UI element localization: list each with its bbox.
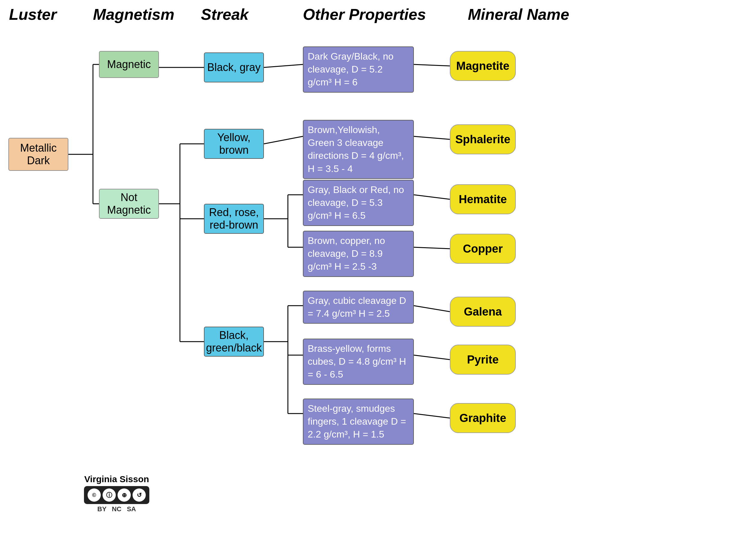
node-magnetic: Magnetic bbox=[99, 51, 159, 78]
node-mineral-pyrite: Pyrite bbox=[450, 344, 516, 374]
svg-line-22 bbox=[414, 136, 450, 139]
svg-line-26 bbox=[414, 355, 450, 359]
svg-line-27 bbox=[414, 413, 450, 418]
svg-line-11 bbox=[264, 136, 303, 144]
node-prop-sphalerite: Brown,Yellowish, Green 3 cleavage direct… bbox=[303, 120, 414, 179]
cc-nc-icon: ⊕ bbox=[118, 488, 131, 502]
header-other: Other Properties bbox=[303, 5, 426, 23]
node-prop-pyrite: Brass-yellow, forms cubes, D = 4.8 g/cm³… bbox=[303, 339, 414, 385]
node-prop-copper: Brown, copper, no cleavage, D = 8.9 g/cm… bbox=[303, 231, 414, 277]
node-streak-black-green: Black, green/black bbox=[204, 327, 264, 356]
cc-author-name: Virginia Sisson bbox=[84, 474, 149, 484]
svg-line-24 bbox=[414, 247, 450, 249]
node-prop-magnetite: Dark Gray/Black, no cleavage, D = 5.2 g/… bbox=[303, 46, 414, 93]
node-mineral-copper: Copper bbox=[450, 234, 516, 264]
node-mineral-graphite: Graphite bbox=[450, 403, 516, 433]
node-streak-black-gray: Black, gray bbox=[204, 52, 264, 82]
node-prop-galena: Gray, cubic cleavage D = 7.4 g/cm³ H = 2… bbox=[303, 291, 414, 324]
svg-line-10 bbox=[264, 64, 303, 67]
svg-line-25 bbox=[414, 306, 450, 312]
node-mineral-magnetite: Magnetite bbox=[450, 51, 516, 81]
node-mineral-sphalerite: Sphalerite bbox=[450, 124, 516, 154]
node-prop-hematite: Gray, Black or Red, no cleavage, D = 5.3… bbox=[303, 180, 414, 226]
cc-sa-icon: ↺ bbox=[133, 488, 146, 502]
cc-icon: © bbox=[88, 488, 101, 502]
header-luster: Luster bbox=[9, 5, 57, 23]
cc-by-icon: ⓘ bbox=[103, 488, 116, 502]
header-streak: Streak bbox=[201, 5, 249, 23]
node-prop-graphite: Steel-gray, smudges fingers, 1 cleavage … bbox=[303, 398, 414, 445]
node-streak-red-rose: Red, rose, red-brown bbox=[204, 204, 264, 234]
svg-line-23 bbox=[414, 195, 450, 199]
svg-line-21 bbox=[414, 64, 450, 66]
node-mineral-hematite: Hematite bbox=[450, 184, 516, 214]
header-mineral: Mineral Name bbox=[468, 5, 569, 23]
node-mineral-galena: Galena bbox=[450, 297, 516, 327]
node-not-magnetic: Not Magnetic bbox=[99, 189, 159, 219]
header-magnetism: Magnetism bbox=[93, 5, 175, 23]
cc-license-block: Virginia Sisson © ⓘ ⊕ ↺ BY NC SA bbox=[84, 474, 149, 513]
node-streak-yellow-brown: Yellow, brown bbox=[204, 129, 264, 159]
node-luster: Metallic Dark bbox=[8, 138, 68, 171]
